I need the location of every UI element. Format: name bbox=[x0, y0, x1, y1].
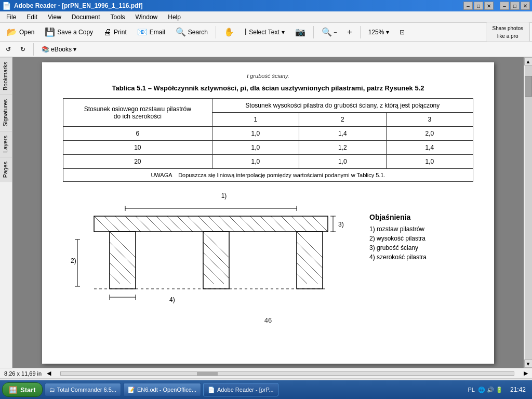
sub-header-2: 2 bbox=[299, 113, 386, 127]
title-bar-controls: – □ ✕ – □ ✕ bbox=[463, 2, 530, 10]
window-title: Adobe Reader - [prPN_EN_1996_1_116.pdf] bbox=[14, 2, 463, 9]
zoom-level-button[interactable]: 125% ▾ bbox=[364, 25, 394, 39]
pages-panel-tab[interactable]: Pages bbox=[0, 157, 12, 182]
separator-3 bbox=[360, 26, 361, 38]
taskbar-right: PL 🌐 🔊 🔋 21:42 bbox=[468, 386, 530, 393]
svg-rect-36 bbox=[203, 232, 229, 289]
zoom-out-button[interactable]: 🔍 – bbox=[317, 25, 342, 39]
table-note-row: UWAGA Dopuszcza się liniową interpolację… bbox=[63, 169, 473, 182]
row3-col1: 20 bbox=[63, 155, 212, 169]
legend-item-2: 2) wysokość pilastra bbox=[369, 235, 427, 242]
menu-view[interactable]: View bbox=[44, 12, 65, 22]
taskbar-openoffice[interactable]: 📝 EN6.odt - OpenOffice... bbox=[123, 383, 201, 396]
right-scrollbar[interactable]: ▲ ▼ bbox=[524, 57, 532, 368]
zoom-level-value: 125% bbox=[368, 29, 384, 36]
menu-document[interactable]: Document bbox=[68, 12, 104, 22]
clock: 21:42 bbox=[506, 386, 530, 393]
start-button[interactable]: 🪟 Start bbox=[2, 382, 43, 397]
open-button[interactable]: 📂 Open bbox=[2, 25, 39, 39]
snapshot-icon: 📷 bbox=[295, 27, 305, 37]
row1-col1: 6 bbox=[63, 127, 212, 141]
horizontal-scroll-thumb[interactable] bbox=[197, 372, 218, 376]
network-icon: 🌐 bbox=[478, 387, 485, 393]
signatures-panel-tab[interactable]: Signatures bbox=[0, 95, 12, 131]
separator-2 bbox=[313, 26, 314, 38]
pdf-page: t grubość ściany. Tablica 5.1 – Współczy… bbox=[42, 62, 494, 364]
share-photos-button[interactable]: Share photos like a pro bbox=[486, 22, 530, 42]
save-icon: 💾 bbox=[45, 27, 55, 37]
inner-close-button[interactable]: ✕ bbox=[521, 2, 530, 10]
layers-panel-tab[interactable]: Layers bbox=[0, 131, 12, 157]
menu-file[interactable]: File bbox=[2, 12, 20, 22]
rotate-cw-icon: ↻ bbox=[20, 46, 25, 53]
zoom-dropdown-icon: ▾ bbox=[386, 29, 389, 36]
zoom-in-button[interactable]: + bbox=[342, 25, 356, 39]
taskbar-adobe-reader[interactable]: 📄 Adobe Reader - [prP... bbox=[203, 383, 278, 396]
save-copy-button[interactable]: 💾 Save a Copy bbox=[40, 25, 98, 39]
save-copy-label: Save a Copy bbox=[57, 29, 93, 36]
row1-col4: 2,0 bbox=[386, 127, 473, 141]
adobe-reader-icon: 📄 bbox=[208, 387, 215, 393]
table-title: Tablica 5.1 – Współczynnik sztywności, ρ… bbox=[63, 84, 473, 92]
menu-window[interactable]: Window bbox=[131, 12, 162, 22]
separator-4 bbox=[33, 43, 34, 56]
rotate-cw-button[interactable]: ↻ bbox=[17, 44, 29, 55]
total-commander-label: Total Commander 6.5... bbox=[57, 387, 116, 393]
menu-edit[interactable]: Edit bbox=[22, 12, 42, 22]
minimize-button[interactable]: – bbox=[463, 2, 473, 10]
menu-bar: File Edit View Document Tools Window Hel… bbox=[0, 11, 532, 23]
print-button[interactable]: 🖨 Print bbox=[99, 25, 131, 39]
ebooks-button[interactable]: 📚 eBooks ▾ bbox=[38, 44, 80, 55]
zoom-out-icon: 🔍 bbox=[322, 27, 332, 37]
zoom-in-icon: + bbox=[347, 28, 352, 37]
close-button[interactable]: ✕ bbox=[484, 2, 494, 10]
text-select-icon: I bbox=[245, 28, 247, 37]
separator-1 bbox=[216, 26, 216, 38]
share-label: Share photos like a pro bbox=[493, 25, 524, 38]
print-icon: 🖨 bbox=[103, 28, 112, 37]
table-row: 10 1,0 1,2 1,4 bbox=[63, 141, 473, 155]
scroll-thumb[interactable] bbox=[525, 76, 532, 97]
app-icon: 📄 bbox=[2, 2, 11, 10]
email-button[interactable]: 📧 Email bbox=[132, 25, 170, 39]
inner-minimize-button[interactable]: – bbox=[500, 2, 509, 10]
svg-rect-7 bbox=[94, 216, 328, 232]
left-panels: Bookmarks Signatures Layers Pages bbox=[0, 57, 12, 368]
svg-rect-42 bbox=[297, 232, 323, 289]
openoffice-icon: 📝 bbox=[128, 387, 135, 393]
volume-icon: 🔊 bbox=[487, 387, 494, 393]
email-label: Email bbox=[150, 29, 165, 36]
document-area[interactable]: t grubość ściany. Tablica 5.1 – Współczy… bbox=[12, 57, 524, 368]
row2-col2: 1,0 bbox=[212, 141, 299, 155]
horizontal-scrollbar[interactable] bbox=[60, 371, 514, 376]
row3-col4: 1,0 bbox=[386, 155, 473, 169]
svg-text:3): 3) bbox=[338, 221, 344, 228]
minus-icon: – bbox=[334, 29, 337, 35]
scroll-up-button[interactable]: ▲ bbox=[524, 57, 533, 65]
search-button[interactable]: 🔍 Search bbox=[171, 25, 212, 39]
rotate-ccw-button[interactable]: ↺ bbox=[2, 44, 15, 55]
snapshot-button[interactable]: 📷 bbox=[290, 25, 310, 39]
svg-text:4): 4) bbox=[169, 296, 175, 303]
taskbar-total-commander[interactable]: 🗂 Total Commander 6.5... bbox=[45, 383, 121, 396]
bookmarks-panel-tab[interactable]: Bookmarks bbox=[0, 57, 12, 95]
select-text-label: Select Text bbox=[249, 29, 279, 36]
menu-tools[interactable]: Tools bbox=[107, 12, 129, 22]
hand-tool-button[interactable]: ✋ bbox=[219, 25, 239, 39]
svg-text:2): 2) bbox=[71, 257, 76, 264]
select-text-button[interactable]: I Select Text ▾ bbox=[240, 25, 289, 39]
legend-item-1: 1) rozstaw pilastrów bbox=[369, 225, 427, 233]
maximize-button[interactable]: □ bbox=[474, 2, 483, 10]
scroll-down-button[interactable]: ▼ bbox=[524, 360, 533, 368]
status-bar: 8,26 x 11,69 in ◀ ▶ bbox=[0, 368, 532, 378]
ebooks-dropdown-icon: ▾ bbox=[73, 46, 76, 53]
zoom-to-fit-button[interactable]: ⊡ bbox=[395, 25, 409, 39]
row3-col3: 1,0 bbox=[299, 155, 386, 169]
inner-restore-button[interactable]: □ bbox=[510, 2, 520, 10]
select-text-dropdown-icon: ▾ bbox=[282, 29, 285, 36]
print-label: Print bbox=[114, 29, 127, 36]
scroll-track[interactable] bbox=[525, 65, 532, 360]
menu-help[interactable]: Help bbox=[164, 12, 185, 22]
rotate-ccw-icon: ↺ bbox=[6, 46, 11, 53]
ebooks-icon: 📚 bbox=[42, 46, 49, 53]
